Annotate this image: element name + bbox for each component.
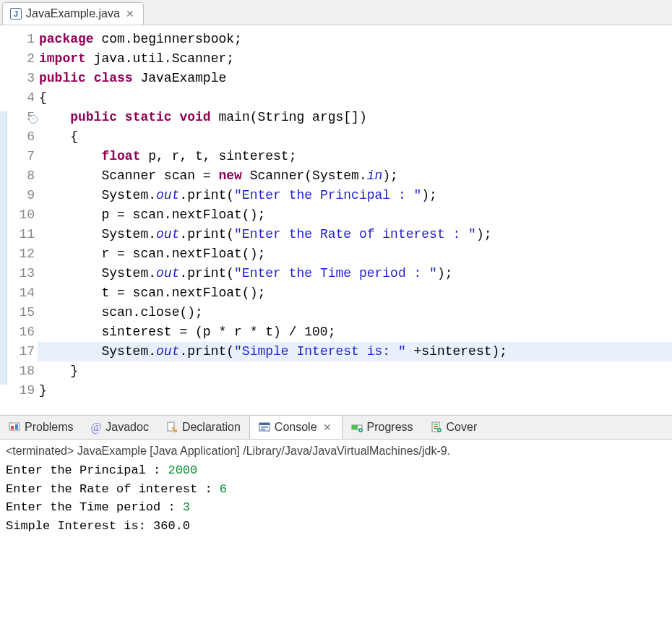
- line-number: 2: [0, 49, 35, 69]
- code-line[interactable]: System.out.print("Simple Interest is: " …: [38, 342, 672, 361]
- console-pane[interactable]: <terminated> JavaExample [Java Applicati…: [0, 440, 672, 545]
- code-editor[interactable]: 12345−678910111213141516171819 package c…: [0, 25, 672, 415]
- editor-tab-filename: JavaExample.java: [26, 7, 120, 20]
- tab-console[interactable]: Console ✕: [249, 416, 343, 439]
- svg-rect-6: [261, 427, 268, 428]
- code-line[interactable]: System.out.print("Enter the Principal : …: [39, 186, 672, 205]
- console-line: Enter the Rate of interest : 6: [6, 480, 666, 499]
- tab-label: Declaration: [182, 421, 241, 434]
- code-content[interactable]: package com.beginnersbook;import java.ut…: [39, 30, 672, 401]
- svg-rect-1: [11, 426, 14, 429]
- code-line[interactable]: System.out.print("Enter the Time period …: [39, 264, 672, 283]
- svg-rect-13: [434, 424, 438, 425]
- coverage-icon: [431, 421, 442, 433]
- console-icon: [259, 421, 270, 433]
- line-number-gutter: 12345−678910111213141516171819: [0, 30, 39, 401]
- tab-label: Progress: [367, 421, 413, 434]
- close-view-icon[interactable]: ✕: [322, 421, 333, 433]
- code-line[interactable]: package com.beginnersbook;: [39, 30, 672, 49]
- tab-label: Problems: [25, 421, 74, 434]
- console-line: Enter the Time period : 3: [6, 498, 666, 517]
- tab-coverage[interactable]: Cover: [422, 416, 486, 439]
- tab-declaration[interactable]: Declaration: [158, 416, 249, 439]
- tab-label: Javadoc: [105, 421, 149, 434]
- tab-javadoc[interactable]: @ Javadoc: [82, 416, 158, 439]
- bottom-tab-bar: Problems @ Javadoc Declaration Console ✕…: [0, 415, 672, 440]
- code-line[interactable]: import java.util.Scanner;: [39, 49, 672, 69]
- line-number: 4: [0, 88, 35, 108]
- code-line[interactable]: r = scan.nextFloat();: [39, 244, 672, 264]
- code-line[interactable]: {: [39, 88, 672, 108]
- declaration-icon: [166, 421, 178, 433]
- code-line[interactable]: {: [39, 127, 672, 147]
- close-tab-icon[interactable]: ✕: [124, 8, 136, 20]
- svg-rect-5: [259, 423, 270, 425]
- code-line[interactable]: Scanner scan = new Scanner(System.in);: [39, 166, 672, 186]
- code-line[interactable]: }: [39, 381, 672, 401]
- svg-rect-14: [434, 426, 438, 427]
- line-number: 1: [0, 30, 35, 49]
- svg-rect-15: [434, 428, 438, 429]
- code-line[interactable]: sinterest = (p * r * t) / 100;: [39, 322, 672, 342]
- problems-icon: [9, 421, 20, 433]
- tab-progress[interactable]: Progress: [343, 416, 422, 439]
- svg-rect-3: [168, 422, 174, 431]
- code-line[interactable]: public static void main(String args[]): [39, 108, 672, 127]
- code-line[interactable]: t = scan.nextFloat();: [39, 283, 672, 303]
- code-line[interactable]: scan.close();: [39, 303, 672, 322]
- fold-toggle-icon[interactable]: −: [29, 115, 38, 124]
- code-line[interactable]: }: [39, 361, 672, 381]
- tab-problems[interactable]: Problems: [0, 416, 82, 439]
- code-line[interactable]: public class JavaExample: [39, 69, 672, 88]
- svg-rect-2: [15, 424, 18, 429]
- svg-rect-9: [352, 425, 358, 429]
- line-number: 3: [0, 69, 35, 88]
- svg-rect-7: [261, 429, 265, 430]
- console-line: Enter the Principal : 2000: [6, 461, 666, 480]
- code-line[interactable]: System.out.print("Enter the Rate of inte…: [39, 225, 672, 244]
- progress-icon: [351, 421, 363, 433]
- java-file-icon: J: [10, 8, 22, 20]
- console-output: Enter the Principal : 2000Enter the Rate…: [6, 461, 666, 535]
- javadoc-icon: @: [91, 421, 102, 434]
- code-line[interactable]: float p, r, t, sinterest;: [39, 147, 672, 166]
- console-process-label: <terminated> JavaExample [Java Applicati…: [6, 442, 666, 460]
- editor-tab-active[interactable]: J JavaExample.java ✕: [2, 2, 144, 25]
- console-line: Simple Interest is: 360.0: [6, 517, 666, 536]
- editor-tab-bar: J JavaExample.java ✕: [0, 0, 672, 25]
- tab-label: Console: [275, 421, 317, 434]
- tab-label: Cover: [447, 421, 478, 434]
- code-line[interactable]: p = scan.nextFloat();: [39, 205, 672, 225]
